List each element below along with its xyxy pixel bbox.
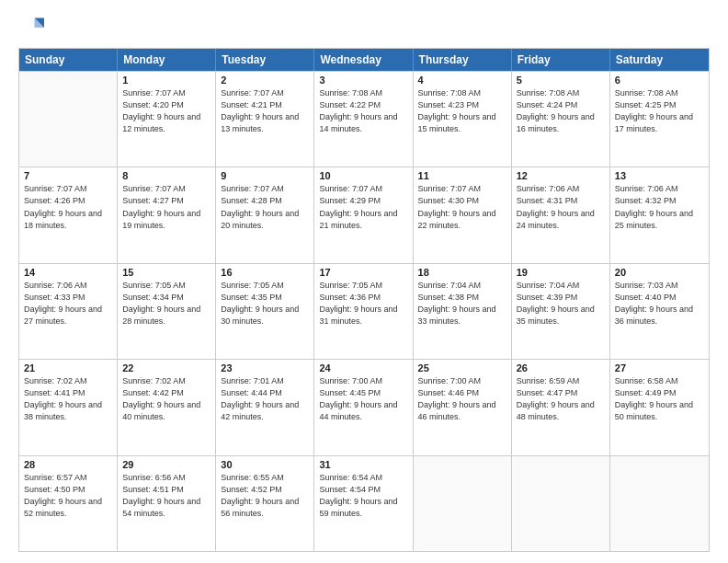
sunset-label: Sunset: 4:26 PM (24, 196, 85, 205)
daylight-label: Daylight: 9 hours and 25 minutes. (615, 209, 693, 230)
day-info: Sunrise: 7:07 AMSunset: 4:21 PMDaylight:… (221, 87, 309, 135)
day-info: Sunrise: 7:07 AMSunset: 4:20 PMDaylight:… (122, 87, 210, 135)
sunrise-label: Sunrise: 7:00 AM (319, 376, 382, 385)
day-info: Sunrise: 6:57 AMSunset: 4:50 PMDaylight:… (24, 472, 112, 520)
sunset-label: Sunset: 4:30 PM (418, 196, 480, 205)
day-number: 11 (418, 170, 506, 181)
day-info: Sunrise: 7:02 AMSunset: 4:41 PMDaylight:… (24, 375, 112, 423)
sunrise-label: Sunrise: 7:02 AM (122, 376, 186, 385)
weekday-header: Monday (118, 49, 216, 71)
day-number: 26 (517, 362, 605, 373)
daylight-label: Daylight: 9 hours and 20 minutes. (221, 209, 299, 230)
day-number: 8 (122, 170, 210, 181)
day-number: 22 (122, 362, 210, 373)
day-number: 17 (319, 267, 407, 278)
day-info: Sunrise: 6:55 AMSunset: 4:52 PMDaylight:… (221, 472, 309, 520)
sunrise-label: Sunrise: 7:07 AM (122, 88, 186, 98)
weekday-header: Sunday (19, 49, 118, 71)
sunrise-label: Sunrise: 6:58 AM (615, 376, 678, 385)
sunset-label: Sunset: 4:50 PM (24, 485, 85, 494)
sunrise-label: Sunrise: 7:04 AM (517, 281, 580, 290)
calendar-cell (19, 72, 118, 167)
calendar-cell: 27Sunrise: 6:58 AMSunset: 4:49 PMDayligh… (610, 360, 709, 454)
calendar-cell: 22Sunrise: 7:02 AMSunset: 4:42 PMDayligh… (118, 360, 216, 454)
sunrise-label: Sunrise: 7:07 AM (319, 184, 382, 193)
day-number: 19 (517, 267, 605, 278)
day-info: Sunrise: 7:05 AMSunset: 4:35 PMDaylight:… (221, 280, 309, 327)
daylight-label: Daylight: 9 hours and 50 minutes. (615, 400, 693, 421)
day-number: 2 (221, 75, 309, 86)
sunset-label: Sunset: 4:23 PM (418, 100, 480, 109)
day-info: Sunrise: 6:59 AMSunset: 4:47 PMDaylight:… (517, 375, 605, 423)
calendar-cell: 1Sunrise: 7:07 AMSunset: 4:20 PMDaylight… (118, 72, 216, 167)
calendar-header: SundayMondayTuesdayWednesdayThursdayFrid… (19, 49, 709, 71)
weekday-header: Wednesday (314, 49, 413, 71)
sunset-label: Sunset: 4:38 PM (418, 293, 480, 302)
day-number: 24 (319, 362, 407, 373)
weekday-header: Thursday (414, 49, 512, 71)
sunrise-label: Sunrise: 7:07 AM (122, 184, 186, 193)
day-info: Sunrise: 7:07 AMSunset: 4:30 PMDaylight:… (418, 183, 506, 231)
sunrise-label: Sunrise: 6:55 AM (221, 473, 284, 482)
sunrise-label: Sunrise: 7:08 AM (319, 88, 382, 98)
day-info: Sunrise: 7:00 AMSunset: 4:45 PMDaylight:… (319, 375, 407, 423)
calendar-cell: 7Sunrise: 7:07 AMSunset: 4:26 PMDaylight… (19, 167, 118, 262)
calendar-cell: 9Sunrise: 7:07 AMSunset: 4:28 PMDaylight… (216, 167, 314, 262)
calendar-cell: 2Sunrise: 7:07 AMSunset: 4:21 PMDaylight… (216, 72, 314, 167)
sunrise-label: Sunrise: 7:07 AM (418, 184, 482, 193)
day-info: Sunrise: 6:56 AMSunset: 4:51 PMDaylight:… (122, 472, 210, 520)
sunset-label: Sunset: 4:46 PM (418, 388, 480, 397)
sunrise-label: Sunrise: 6:59 AM (517, 376, 580, 385)
daylight-label: Daylight: 9 hours and 12 minutes. (122, 112, 200, 133)
day-info: Sunrise: 7:01 AMSunset: 4:44 PMDaylight:… (221, 375, 309, 423)
daylight-label: Daylight: 9 hours and 31 minutes. (319, 304, 397, 326)
header (18, 15, 710, 40)
sunset-label: Sunset: 4:35 PM (221, 293, 282, 302)
sunset-label: Sunset: 4:20 PM (122, 100, 184, 109)
daylight-label: Daylight: 9 hours and 21 minutes. (319, 209, 397, 230)
calendar-cell: 20Sunrise: 7:03 AMSunset: 4:40 PMDayligh… (610, 264, 709, 359)
daylight-label: Daylight: 9 hours and 46 minutes. (418, 400, 496, 421)
daylight-label: Daylight: 9 hours and 38 minutes. (24, 400, 102, 421)
day-info: Sunrise: 7:05 AMSunset: 4:36 PMDaylight:… (319, 280, 407, 327)
day-number: 14 (24, 267, 112, 278)
sunset-label: Sunset: 4:36 PM (319, 293, 381, 302)
sunrise-label: Sunrise: 7:05 AM (221, 281, 284, 290)
day-info: Sunrise: 7:08 AMSunset: 4:25 PMDaylight:… (615, 87, 704, 135)
calendar-row: 7Sunrise: 7:07 AMSunset: 4:26 PMDaylight… (19, 167, 709, 262)
day-info: Sunrise: 7:02 AMSunset: 4:42 PMDaylight:… (122, 375, 210, 423)
daylight-label: Daylight: 9 hours and 15 minutes. (418, 112, 496, 133)
calendar-cell: 15Sunrise: 7:05 AMSunset: 4:34 PMDayligh… (118, 264, 216, 359)
daylight-label: Daylight: 9 hours and 13 minutes. (221, 112, 299, 133)
sunset-label: Sunset: 4:27 PM (122, 196, 184, 205)
sunrise-label: Sunrise: 7:07 AM (221, 184, 284, 193)
daylight-label: Daylight: 9 hours and 27 minutes. (24, 304, 102, 326)
daylight-label: Daylight: 9 hours and 33 minutes. (418, 304, 496, 326)
day-number: 7 (24, 170, 112, 181)
calendar-cell: 10Sunrise: 7:07 AMSunset: 4:29 PMDayligh… (314, 167, 413, 262)
day-info: Sunrise: 7:08 AMSunset: 4:24 PMDaylight:… (517, 87, 605, 135)
daylight-label: Daylight: 9 hours and 36 minutes. (615, 304, 693, 326)
day-info: Sunrise: 6:54 AMSunset: 4:54 PMDaylight:… (319, 472, 407, 520)
day-number: 29 (122, 459, 210, 470)
sunrise-label: Sunrise: 7:01 AM (221, 376, 284, 385)
day-info: Sunrise: 6:58 AMSunset: 4:49 PMDaylight:… (615, 375, 704, 423)
day-info: Sunrise: 7:03 AMSunset: 4:40 PMDaylight:… (615, 280, 704, 327)
day-number: 18 (418, 267, 506, 278)
sunrise-label: Sunrise: 7:02 AM (24, 376, 87, 385)
calendar-cell: 5Sunrise: 7:08 AMSunset: 4:24 PMDaylight… (512, 72, 610, 167)
sunset-label: Sunset: 4:33 PM (24, 293, 85, 302)
calendar-cell: 17Sunrise: 7:05 AMSunset: 4:36 PMDayligh… (314, 264, 413, 359)
daylight-label: Daylight: 9 hours and 14 minutes. (319, 112, 397, 133)
calendar-cell: 25Sunrise: 7:00 AMSunset: 4:46 PMDayligh… (414, 360, 512, 454)
daylight-label: Daylight: 9 hours and 22 minutes. (418, 209, 496, 230)
sunset-label: Sunset: 4:42 PM (122, 388, 184, 397)
calendar-cell: 16Sunrise: 7:05 AMSunset: 4:35 PMDayligh… (216, 264, 314, 359)
sunset-label: Sunset: 4:34 PM (122, 293, 184, 302)
day-number: 21 (24, 362, 112, 373)
day-number: 1 (122, 75, 210, 86)
logo (18, 15, 48, 40)
daylight-label: Daylight: 9 hours and 28 minutes. (122, 304, 200, 326)
day-number: 13 (615, 170, 704, 181)
day-number: 10 (319, 170, 407, 181)
